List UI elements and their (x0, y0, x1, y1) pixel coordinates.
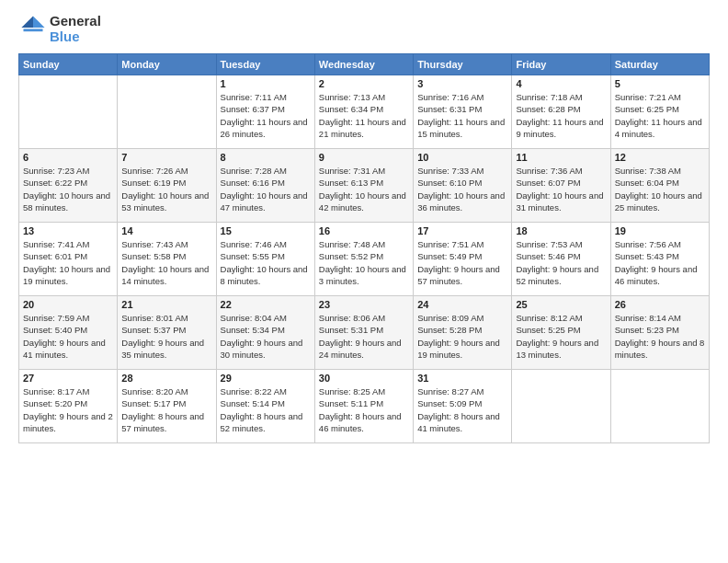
day-number: 31 (417, 373, 507, 384)
logo-icon (20, 15, 46, 40)
calendar-cell: 23Sunrise: 8:06 AMSunset: 5:31 PMDayligh… (314, 296, 413, 370)
day-number: 27 (23, 373, 113, 384)
calendar-cell: 2Sunrise: 7:13 AMSunset: 6:34 PMDaylight… (314, 75, 413, 149)
calendar-cell: 3Sunrise: 7:16 AMSunset: 6:31 PMDaylight… (414, 75, 512, 149)
weekday-header: Monday (118, 54, 216, 75)
day-number: 22 (221, 299, 311, 310)
day-info: Sunrise: 7:53 AMSunset: 5:46 PMDaylight:… (516, 238, 606, 287)
day-number: 9 (319, 152, 409, 163)
calendar-week-row: 13Sunrise: 7:41 AMSunset: 6:01 PMDayligh… (19, 223, 710, 296)
day-info: Sunrise: 7:48 AMSunset: 5:52 PMDaylight:… (319, 238, 409, 287)
day-number: 3 (417, 78, 507, 89)
day-info: Sunrise: 7:18 AMSunset: 6:28 PMDaylight:… (516, 91, 606, 140)
weekday-header: Thursday (414, 54, 512, 75)
calendar-cell: 30Sunrise: 8:25 AMSunset: 5:11 PMDayligh… (314, 370, 413, 443)
calendar-cell: 29Sunrise: 8:22 AMSunset: 5:14 PMDayligh… (216, 370, 314, 443)
day-number: 8 (221, 152, 311, 163)
calendar-cell: 19Sunrise: 7:56 AMSunset: 5:43 PMDayligh… (610, 223, 709, 296)
calendar-cell: 1Sunrise: 7:11 AMSunset: 6:37 PMDaylight… (216, 75, 314, 149)
calendar-cell: 11Sunrise: 7:36 AMSunset: 6:07 PMDayligh… (512, 149, 610, 223)
day-info: Sunrise: 7:41 AMSunset: 6:01 PMDaylight:… (23, 238, 113, 287)
calendar-cell (118, 75, 216, 149)
calendar-cell: 26Sunrise: 8:14 AMSunset: 5:23 PMDayligh… (610, 296, 709, 370)
svg-rect-2 (24, 29, 43, 31)
calendar-cell: 4Sunrise: 7:18 AMSunset: 6:28 PMDaylight… (512, 75, 610, 149)
day-number: 18 (516, 225, 606, 236)
day-info: Sunrise: 7:56 AMSunset: 5:43 PMDaylight:… (615, 238, 705, 287)
day-info: Sunrise: 7:36 AMSunset: 6:07 PMDaylight:… (516, 165, 606, 213)
day-info: Sunrise: 8:01 AMSunset: 5:37 PMDaylight:… (121, 312, 211, 361)
calendar-week-row: 1Sunrise: 7:11 AMSunset: 6:37 PMDaylight… (19, 75, 710, 149)
logo-general: General (50, 14, 101, 29)
day-info: Sunrise: 7:11 AMSunset: 6:37 PMDaylight:… (221, 91, 311, 140)
day-number: 15 (221, 225, 311, 236)
day-info: Sunrise: 7:23 AMSunset: 6:22 PMDaylight:… (23, 165, 113, 213)
header: General Blue (18, 14, 710, 44)
calendar-cell (610, 370, 709, 443)
day-number: 16 (319, 225, 409, 236)
day-number: 2 (319, 78, 409, 89)
calendar-cell: 5Sunrise: 7:21 AMSunset: 6:25 PMDaylight… (610, 75, 709, 149)
day-info: Sunrise: 7:21 AMSunset: 6:25 PMDaylight:… (615, 91, 705, 140)
day-info: Sunrise: 8:27 AMSunset: 5:09 PMDaylight:… (417, 385, 507, 434)
day-info: Sunrise: 7:13 AMSunset: 6:34 PMDaylight:… (319, 91, 409, 140)
calendar-cell: 24Sunrise: 8:09 AMSunset: 5:28 PMDayligh… (414, 296, 512, 370)
day-number: 13 (23, 225, 113, 236)
calendar-week-row: 20Sunrise: 7:59 AMSunset: 5:40 PMDayligh… (19, 296, 710, 370)
page: General Blue SundayMondayTuesdayWednesda… (0, 0, 728, 563)
calendar-cell: 10Sunrise: 7:33 AMSunset: 6:10 PMDayligh… (414, 149, 512, 223)
calendar-cell: 28Sunrise: 8:20 AMSunset: 5:17 PMDayligh… (118, 370, 216, 443)
day-info: Sunrise: 7:16 AMSunset: 6:31 PMDaylight:… (417, 91, 507, 140)
day-number: 14 (121, 225, 211, 236)
day-number: 30 (319, 373, 409, 384)
day-number: 11 (516, 152, 606, 163)
calendar-cell: 13Sunrise: 7:41 AMSunset: 6:01 PMDayligh… (19, 223, 118, 296)
calendar-cell: 12Sunrise: 7:38 AMSunset: 6:04 PMDayligh… (610, 149, 709, 223)
day-info: Sunrise: 8:12 AMSunset: 5:25 PMDaylight:… (516, 312, 606, 361)
day-info: Sunrise: 7:43 AMSunset: 5:58 PMDaylight:… (121, 238, 211, 287)
day-info: Sunrise: 7:26 AMSunset: 6:19 PMDaylight:… (121, 165, 211, 213)
day-info: Sunrise: 8:17 AMSunset: 5:20 PMDaylight:… (23, 385, 113, 434)
day-info: Sunrise: 8:04 AMSunset: 5:34 PMDaylight:… (221, 312, 311, 361)
calendar-cell: 31Sunrise: 8:27 AMSunset: 5:09 PMDayligh… (414, 370, 512, 443)
day-number: 7 (121, 152, 211, 163)
day-number: 12 (615, 152, 705, 163)
day-info: Sunrise: 8:22 AMSunset: 5:14 PMDaylight:… (221, 385, 311, 434)
calendar-cell: 18Sunrise: 7:53 AMSunset: 5:46 PMDayligh… (512, 223, 610, 296)
calendar-cell: 9Sunrise: 7:31 AMSunset: 6:13 PMDaylight… (314, 149, 413, 223)
day-info: Sunrise: 8:20 AMSunset: 5:17 PMDaylight:… (121, 385, 211, 434)
calendar-cell: 16Sunrise: 7:48 AMSunset: 5:52 PMDayligh… (314, 223, 413, 296)
day-number: 23 (319, 299, 409, 310)
calendar-cell: 27Sunrise: 8:17 AMSunset: 5:20 PMDayligh… (19, 370, 118, 443)
weekday-header: Wednesday (314, 54, 413, 75)
calendar-cell: 21Sunrise: 8:01 AMSunset: 5:37 PMDayligh… (118, 296, 216, 370)
weekday-header-row: SundayMondayTuesdayWednesdayThursdayFrid… (19, 54, 710, 75)
calendar-table: SundayMondayTuesdayWednesdayThursdayFrid… (18, 53, 710, 443)
day-number: 28 (121, 373, 211, 384)
calendar-cell: 20Sunrise: 7:59 AMSunset: 5:40 PMDayligh… (19, 296, 118, 370)
calendar-cell (19, 75, 118, 149)
day-number: 25 (516, 299, 606, 310)
weekday-header: Sunday (19, 54, 118, 75)
calendar-week-row: 6Sunrise: 7:23 AMSunset: 6:22 PMDaylight… (19, 149, 710, 223)
day-info: Sunrise: 7:51 AMSunset: 5:49 PMDaylight:… (417, 238, 507, 287)
calendar-cell: 6Sunrise: 7:23 AMSunset: 6:22 PMDaylight… (19, 149, 118, 223)
day-info: Sunrise: 7:38 AMSunset: 6:04 PMDaylight:… (615, 165, 705, 213)
day-info: Sunrise: 7:59 AMSunset: 5:40 PMDaylight:… (23, 312, 113, 361)
calendar-cell: 7Sunrise: 7:26 AMSunset: 6:19 PMDaylight… (118, 149, 216, 223)
weekday-header: Saturday (610, 54, 709, 75)
svg-marker-1 (21, 16, 33, 28)
day-number: 5 (615, 78, 705, 89)
calendar-cell: 15Sunrise: 7:46 AMSunset: 5:55 PMDayligh… (216, 223, 314, 296)
day-info: Sunrise: 7:46 AMSunset: 5:55 PMDaylight:… (221, 238, 311, 287)
day-number: 4 (516, 78, 606, 89)
day-number: 19 (615, 225, 705, 236)
day-number: 20 (23, 299, 113, 310)
day-info: Sunrise: 8:25 AMSunset: 5:11 PMDaylight:… (319, 385, 409, 434)
day-number: 6 (23, 152, 113, 163)
logo: General Blue (18, 14, 101, 44)
weekday-header: Friday (512, 54, 610, 75)
day-number: 24 (417, 299, 507, 310)
calendar-cell: 17Sunrise: 7:51 AMSunset: 5:49 PMDayligh… (414, 223, 512, 296)
calendar-cell: 22Sunrise: 8:04 AMSunset: 5:34 PMDayligh… (216, 296, 314, 370)
